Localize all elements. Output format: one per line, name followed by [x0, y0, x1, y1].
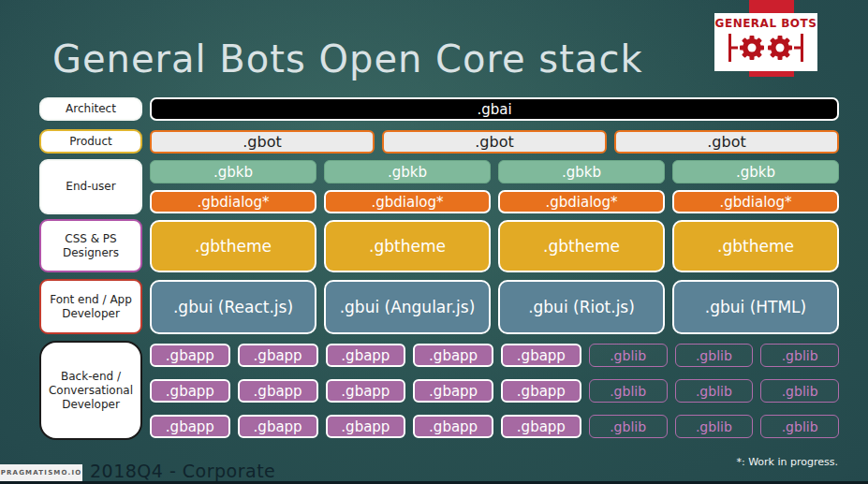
gblib-box: .gblib [675, 379, 754, 403]
backend-row-3: .gbapp .gbapp .gbapp .gbapp .gbapp .gbli… [150, 415, 839, 438]
gbtheme-bar: .gbtheme [150, 220, 316, 272]
gblib-box: .gblib [675, 344, 754, 367]
gbapp-box: .gbapp [413, 344, 493, 367]
logo-text: GENERAL BOTS [715, 17, 817, 30]
gbtheme-bar: .gbtheme [324, 220, 491, 272]
row-gbtheme: .gbtheme .gbtheme .gbtheme .gbtheme [150, 220, 839, 272]
footer-date-text: 2018Q4 - Corporate [90, 461, 275, 481]
work-in-progress-footnote: *: Work in progress. [736, 456, 838, 468]
backend-row-2: .gbapp .gbapp .gbapp .gbapp .gbapp .gbli… [150, 379, 839, 403]
gbui-html-bar: .gbui (HTML) [672, 280, 839, 334]
gbui-angular-bar: .gbui (Angular.js) [324, 280, 491, 334]
gbdialog-bar: .gbdialog* [324, 190, 491, 213]
row-gbai: .gbai [150, 97, 839, 121]
gbui-react-bar: .gbui (React.js) [150, 280, 316, 334]
gbtheme-bar: .gbtheme [498, 220, 665, 272]
gbapp-box: .gbapp [501, 379, 581, 403]
row-gbkb: .gbkb .gbkb .gbkb .gbkb [150, 160, 839, 183]
gbkb-bar: .gbkb [498, 160, 665, 183]
role-label-backend-conversational-developer: Back-end / Conversational Developer [39, 341, 142, 440]
role-label-css-ps-designers: CSS & PS Designers [39, 219, 142, 272]
gbdialog-bar: .gbdialog* [498, 190, 665, 213]
row-gbot: .gbot .gbot .gbot [150, 130, 839, 154]
gbdialog-bar: .gbdialog* [672, 190, 839, 213]
gbkb-bar: .gbkb [324, 160, 491, 183]
gbapp-box: .gbapp [501, 344, 581, 367]
gblib-box: .gblib [760, 415, 839, 438]
row-gbdialog: .gbdialog* .gbdialog* .gbdialog* .gbdial… [150, 190, 839, 213]
backend-row-1: .gbapp .gbapp .gbapp .gbapp .gbapp .gbli… [150, 344, 839, 367]
gbapp-box: .gbapp [413, 379, 493, 403]
role-label-product: Product [39, 129, 142, 154]
gbapp-box: .gbapp [413, 415, 493, 438]
role-label-end-user: End-user [39, 159, 142, 214]
gbapp-box: .gbapp [238, 379, 318, 403]
gbapp-box: .gbapp [326, 379, 406, 403]
general-bots-logo: GENERAL BOTS [714, 13, 817, 71]
row-gbui: .gbui (React.js) .gbui (Angular.js) .gbu… [150, 280, 839, 334]
gbapp-box: .gbapp [150, 379, 230, 403]
gbdialog-bar: .gbdialog* [150, 190, 316, 213]
page-title: General Bots Open Core stack [52, 37, 708, 81]
slide: General Bots Open Core stack GENERAL BOT… [0, 0, 868, 484]
gbapp-box: .gbapp [150, 415, 230, 438]
gblib-box: .gblib [675, 415, 754, 438]
gbui-riot-bar: .gbui (Riot.js) [498, 280, 665, 334]
gbot-bar: .gbot [614, 130, 839, 154]
gbapp-box: .gbapp [238, 415, 318, 438]
gbtheme-bar: .gbtheme [672, 220, 839, 272]
gblib-box: .gblib [760, 344, 839, 367]
gbot-bar: .gbot [150, 130, 375, 154]
gblib-box: .gblib [589, 344, 668, 367]
gbapp-box: .gbapp [238, 344, 318, 367]
role-label-frontend-app-developer: Font end / App Developer [39, 279, 142, 334]
gblib-box: .gblib [589, 415, 668, 438]
gbai-bar: .gbai [150, 97, 839, 121]
gbkb-bar: .gbkb [672, 160, 839, 183]
gbapp-box: .gbapp [501, 415, 581, 438]
role-label-architect: Architect [39, 97, 142, 121]
gblib-box: .gblib [760, 379, 839, 403]
gbot-bar: .gbot [382, 130, 607, 154]
gbapp-box: .gbapp [326, 344, 406, 367]
gbapp-box: .gbapp [150, 344, 230, 367]
pragmatismo-brand-badge: PRAGMATISMO.IO [0, 464, 82, 481]
gears-icon [727, 31, 805, 68]
gbkb-bar: .gbkb [150, 160, 316, 183]
gblib-box: .gblib [589, 379, 668, 403]
gbapp-box: .gbapp [326, 415, 406, 438]
